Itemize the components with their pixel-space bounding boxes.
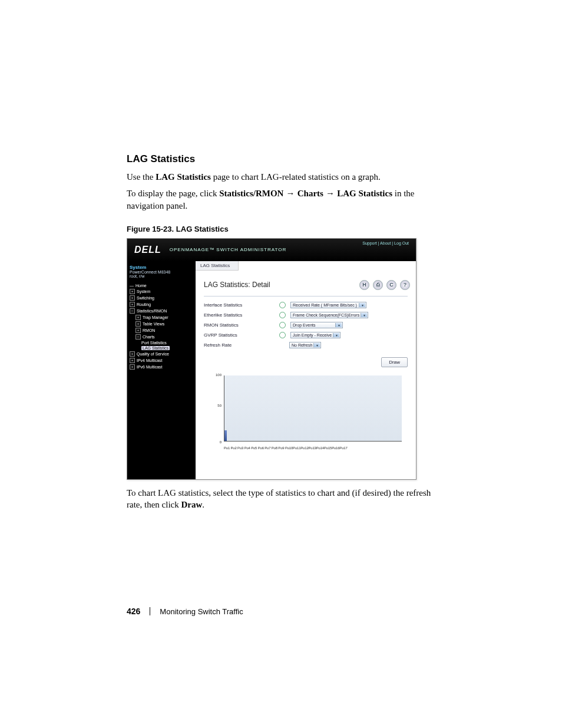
- tree-label: Switching: [137, 296, 154, 300]
- text: Use the: [127, 172, 156, 182]
- top-links[interactable]: Support | About | Log Out: [362, 241, 409, 245]
- radio-interface[interactable]: [279, 302, 286, 308]
- options-panel: Interface Statistics Received Rate ( MFr…: [204, 296, 408, 353]
- tree-item-system[interactable]: +System: [130, 288, 193, 295]
- intro-paragraph-1: Use the LAG Statistics page to chart LAG…: [127, 171, 432, 183]
- option-row-interface: Interface Statistics Received Rate ( MFr…: [204, 300, 408, 310]
- tree-label: IPv4 Multicast: [137, 358, 163, 363]
- tree-item-ipv6-multicast[interactable]: +IPv6 Multicast: [130, 364, 193, 370]
- text-bold: Draw: [181, 500, 202, 509]
- app-header: DELL OPENMANAGE™ SWITCH ADMINISTRATOR Su…: [127, 239, 416, 261]
- select-gvrp[interactable]: Join Empty - Receive▾: [290, 332, 340, 338]
- option-row-rmon: RMON Statistics Drop Events▾: [204, 320, 408, 330]
- tree-item-table-views[interactable]: +Table Views: [130, 321, 193, 327]
- tree-label: Routing: [137, 302, 151, 307]
- closing-paragraph: To chart LAG statistics, select the type…: [127, 487, 432, 511]
- tree-expand-icon[interactable]: +: [130, 295, 135, 301]
- y-tick-50: 50: [212, 404, 222, 407]
- tree-label: Home: [135, 284, 147, 288]
- chevron-down-icon: ▾: [333, 333, 339, 337]
- question-icon[interactable]: ?: [400, 280, 410, 290]
- tree-collapse-icon[interactable]: −: [135, 334, 141, 340]
- tree-label: Port Statistics: [141, 341, 167, 345]
- chevron-down-icon: ▾: [359, 303, 365, 307]
- option-row-refresh: Refresh Rate No Refresh▾: [204, 340, 408, 350]
- tree-expand-icon[interactable]: +: [135, 328, 141, 333]
- text: page to chart LAG-related statistics on …: [211, 172, 381, 182]
- tree-expand-icon[interactable]: +: [130, 358, 135, 363]
- tree-item-trap-manager[interactable]: +Trap Manager: [130, 314, 193, 321]
- tree-item-ipv4-multicast[interactable]: +IPv4 Multicast: [130, 357, 193, 364]
- tree-item-lag-statistics[interactable]: LAG Statistics: [130, 345, 193, 351]
- tree-collapse-icon[interactable]: −: [130, 308, 135, 314]
- option-label: Etherlike Statistics: [204, 312, 275, 318]
- select-rmon[interactable]: Drop Events▾: [290, 322, 343, 328]
- arrow-icon: →: [323, 188, 337, 198]
- tree-label-selected: LAG Statistics: [141, 346, 170, 350]
- select-value: Received Rate ( MFrame Bits/sec ): [293, 303, 357, 307]
- tree-item-switching[interactable]: +Switching: [130, 295, 193, 301]
- footer-separator: [150, 607, 150, 615]
- tree-item-home[interactable]: Home: [130, 283, 193, 288]
- option-label: Refresh Rate: [204, 342, 275, 348]
- select-value: Drop Events: [293, 323, 316, 327]
- tree-item-qos[interactable]: +Quality of Service: [130, 351, 193, 357]
- chevron-down-icon: ▾: [335, 323, 342, 327]
- option-label: GVRP Statistics: [204, 332, 275, 338]
- option-row-gvrp: GVRP Statistics Join Empty - Receive▾: [204, 330, 408, 340]
- tree-label: Trap Manager: [143, 315, 168, 319]
- select-refresh-rate[interactable]: No Refresh▾: [289, 342, 321, 348]
- tree-item-rmon[interactable]: +RMON: [130, 327, 193, 334]
- figure-caption: Figure 15-23. LAG Statistics: [127, 225, 432, 233]
- print-icon[interactable]: ⎙: [373, 280, 383, 290]
- tree-expand-icon[interactable]: +: [130, 364, 135, 370]
- help-h-icon[interactable]: H: [359, 280, 369, 290]
- system-heading: System: [130, 265, 193, 270]
- tab-lag-statistics[interactable]: LAG Statistics: [196, 261, 239, 271]
- lag-chart: 100 50 0 Po1 Po2 Po3 Po4 Po5 Po6 Po7 Po8…: [204, 373, 408, 451]
- radio-gvrp[interactable]: [279, 332, 286, 338]
- page-number: 426: [127, 607, 140, 616]
- tree-item-routing[interactable]: +Routing: [130, 301, 193, 308]
- refresh-c-icon[interactable]: C: [386, 280, 396, 290]
- select-value: Join Empty - Receive: [293, 333, 332, 337]
- radio-rmon[interactable]: [279, 322, 286, 328]
- tree-item-statistics-rmon[interactable]: −Statistics/RMON: [130, 308, 193, 314]
- tree-expand-icon[interactable]: +: [130, 351, 135, 357]
- y-tick-0: 0: [212, 440, 222, 444]
- tree-item-port-statistics[interactable]: Port Statistics: [130, 340, 193, 345]
- text: .: [202, 500, 204, 509]
- intro-paragraph-2: To display the page, click Statistics/RM…: [127, 187, 432, 212]
- draw-button[interactable]: Draw: [381, 357, 408, 367]
- nav-path-part: Charts: [297, 189, 323, 198]
- radio-etherlike[interactable]: [279, 312, 286, 318]
- tree-expand-icon[interactable]: +: [130, 289, 135, 294]
- nav-path-part: LAG Statistics: [337, 189, 392, 198]
- select-interface[interactable]: Received Rate ( MFrame Bits/sec )▾: [290, 302, 366, 308]
- tree-label: Table Views: [143, 322, 164, 326]
- chapter-name: Monitoring Switch Traffic: [160, 607, 243, 616]
- chart-plot-area: [224, 375, 402, 442]
- nav-sidebar: System PowerConnect M8348 root, r/w Home…: [127, 261, 196, 479]
- tree-expand-icon[interactable]: +: [135, 315, 141, 320]
- chevron-down-icon: ▾: [313, 343, 320, 347]
- tree-dash-icon: [130, 286, 134, 288]
- x-axis-labels: Po1 Po2 Po3 Po4 Po5 Po6 Po7 Po8 Po9 Po10…: [224, 446, 402, 450]
- chart-bar: [224, 430, 227, 441]
- tree-label: Quality of Service: [137, 352, 169, 356]
- app-subtitle: OPENMANAGE™ SWITCH ADMINISTRATOR: [170, 247, 286, 252]
- tree-expand-icon[interactable]: +: [130, 302, 135, 307]
- text: To display the page, click: [127, 189, 219, 198]
- tree-expand-icon[interactable]: +: [135, 321, 141, 327]
- text-bold: LAG Statistics: [156, 172, 211, 182]
- tree-label: System: [137, 289, 150, 294]
- tree-item-charts[interactable]: −Charts: [130, 334, 193, 340]
- tree-label: IPv6 Multicast: [137, 365, 163, 369]
- app-screenshot: DELL OPENMANAGE™ SWITCH ADMINISTRATOR Su…: [127, 238, 416, 480]
- arrow-icon: →: [283, 188, 297, 198]
- chevron-down-icon: ▾: [361, 313, 367, 317]
- select-etherlike[interactable]: Frame Check Sequence(FCS)Errors▾: [290, 312, 368, 318]
- y-tick-100: 100: [212, 373, 222, 377]
- tree-label: Statistics/RMON: [137, 309, 167, 313]
- main-panel: LAG Statistics LAG Statistics: Detail H …: [196, 261, 416, 479]
